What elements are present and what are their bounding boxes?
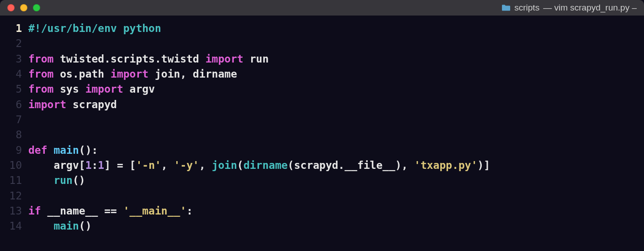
line-number: 10 <box>0 158 22 173</box>
minimize-window-button[interactable] <box>20 4 27 11</box>
window-controls <box>7 4 40 11</box>
code-line[interactable] <box>28 112 644 127</box>
title-suffix: — vim scrapyd_run.py – <box>543 1 637 14</box>
line-number: 6 <box>0 97 22 112</box>
line-number: 2 <box>0 36 22 51</box>
line-number: 7 <box>0 112 22 127</box>
code-content[interactable]: #!/usr/bin/env python from twisted.scrip… <box>28 21 644 234</box>
line-number: 11 <box>0 173 22 188</box>
code-line[interactable]: import scrapyd <box>28 97 644 112</box>
code-line[interactable] <box>28 36 644 51</box>
line-number: 3 <box>0 52 22 67</box>
window-title: scripts — vim scrapyd_run.py – <box>501 1 637 14</box>
line-number: 14 <box>0 219 22 234</box>
line-number: 5 <box>0 82 22 97</box>
close-window-button[interactable] <box>7 4 15 11</box>
line-number: 9 <box>0 143 22 158</box>
code-line[interactable]: argv[1:1] = ['-n', '-y', join(dirname(sc… <box>28 158 644 173</box>
code-line[interactable]: main() <box>28 219 644 234</box>
code-line[interactable]: from sys import argv <box>28 82 644 97</box>
line-number: 8 <box>0 127 22 142</box>
folder-icon <box>501 4 511 11</box>
line-number: 12 <box>0 188 22 204</box>
line-number: 1 <box>0 21 22 36</box>
window-titlebar: scripts — vim scrapyd_run.py – <box>0 0 644 16</box>
line-number-gutter: 1234567891011121314 <box>0 21 28 234</box>
code-line[interactable] <box>28 188 644 204</box>
fullscreen-window-button[interactable] <box>33 4 40 11</box>
code-line[interactable]: from os.path import join, dirname <box>28 67 644 82</box>
code-line[interactable]: if __name__ == '__main__': <box>28 204 644 219</box>
code-line[interactable] <box>28 127 644 142</box>
code-line[interactable]: def main(): <box>28 143 644 158</box>
code-line[interactable]: run() <box>28 173 644 188</box>
code-line[interactable]: from twisted.scripts.twistd import run <box>28 52 644 67</box>
editor-area[interactable]: 1234567891011121314 #!/usr/bin/env pytho… <box>0 16 644 234</box>
line-number: 4 <box>0 67 22 82</box>
line-number: 13 <box>0 204 22 219</box>
code-line[interactable]: #!/usr/bin/env python <box>28 21 644 36</box>
title-folder: scripts <box>514 1 539 14</box>
